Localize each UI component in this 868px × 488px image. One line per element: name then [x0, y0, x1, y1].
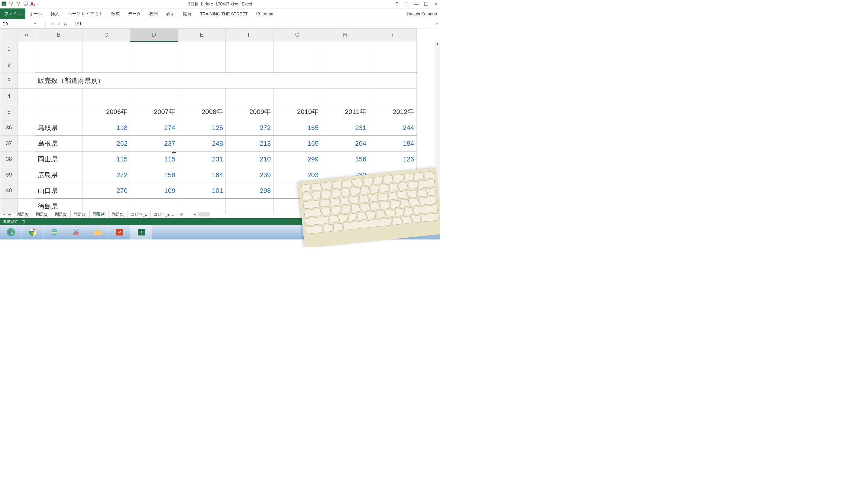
pref-label[interactable]: 島根県	[35, 136, 83, 151]
pref-label[interactable]: 岡山県	[35, 151, 83, 167]
status-text: 準備完了	[3, 219, 18, 224]
row-header[interactable]: 38	[0, 151, 18, 167]
svg-point-5	[16, 1, 18, 3]
row-header[interactable]	[0, 199, 18, 214]
qat-icon-3[interactable]	[23, 1, 28, 7]
table-row[interactable]: 36鳥取県118274125272165231244	[0, 120, 417, 136]
quick-access-toolbar: X A▾ ▾	[0, 1, 39, 7]
formula-expand-icon[interactable]: ▾	[436, 22, 440, 26]
svg-point-6	[19, 1, 21, 3]
col-header-B[interactable]: B	[35, 29, 83, 41]
close-icon[interactable]: ✕	[433, 1, 439, 7]
svg-point-3	[12, 1, 13, 3]
file-tab[interactable]: ファイル	[0, 8, 25, 19]
column-headers-row: A B C D E F G H I	[0, 29, 417, 41]
help-icon[interactable]: ?	[395, 1, 400, 7]
ribbon-tab-home[interactable]: ホーム	[25, 9, 46, 19]
svg-point-4	[10, 4, 12, 6]
window-title: 3日目_before_170427.xlsx - Excel	[188, 1, 252, 7]
qat-more-icon[interactable]: ▾	[37, 2, 39, 6]
formula-value[interactable]: 191	[72, 22, 82, 26]
row-header[interactable]: 37	[0, 136, 18, 151]
powerpoint-icon[interactable]: P	[109, 225, 130, 240]
col-header-A[interactable]: A	[18, 29, 35, 41]
row-header[interactable]: 40	[0, 183, 18, 199]
ie-icon[interactable]	[43, 225, 65, 240]
year-header[interactable]: 2008年	[178, 104, 226, 120]
pref-label[interactable]: 山口県	[35, 183, 83, 199]
year-header[interactable]: 2011年	[321, 104, 369, 120]
ribbon-tab-ibformat[interactable]: IB format	[252, 10, 278, 18]
name-box-dropdown-icon[interactable]: ▼	[34, 22, 37, 25]
svg-rect-12	[11, 230, 13, 232]
pref-label[interactable]: 広島県	[35, 167, 83, 183]
ribbon-tab-view[interactable]: 表示	[162, 9, 179, 19]
pref-label[interactable]: 鳥取県	[35, 120, 83, 136]
title-bar: X A▾ ▾ 3日目_before_170427.xlsx - Excel ? …	[0, 0, 440, 8]
start-button[interactable]	[0, 225, 22, 240]
user-name[interactable]: Hitoshi Kumano	[407, 11, 440, 16]
col-header-D[interactable]: D	[130, 29, 178, 41]
ribbon: ファイル ホーム 挿入 ページ レイアウト 数式 データ 校閲 表示 開発 TR…	[0, 8, 440, 19]
ribbon-display-icon[interactable]: ⬚	[403, 1, 409, 7]
year-header[interactable]: 2012年	[369, 104, 417, 120]
name-box[interactable]: D9 ▼	[0, 19, 39, 28]
year-header[interactable]: 2006年	[83, 104, 130, 120]
ribbon-tab-formulas[interactable]: 数式	[107, 9, 124, 19]
year-header[interactable]: 2010年	[274, 104, 321, 120]
qat-font-color-icon[interactable]: A▾	[30, 1, 35, 7]
col-header-H[interactable]: H	[321, 29, 369, 41]
select-all-corner[interactable]	[0, 29, 18, 41]
scroll-up-icon[interactable]: ▲	[435, 41, 440, 47]
col-header-C[interactable]: C	[83, 29, 130, 41]
chrome-icon[interactable]	[22, 225, 43, 240]
enter-icon[interactable]: ✓	[57, 22, 61, 26]
year-header[interactable]: 2009年	[226, 104, 274, 120]
col-header-G[interactable]: G	[274, 29, 321, 41]
qat-icon-1[interactable]	[8, 1, 14, 7]
svg-rect-14	[11, 233, 13, 234]
row-header[interactable]: 5	[0, 104, 18, 120]
year-header[interactable]: 2007年	[130, 104, 178, 120]
ribbon-tab-developer[interactable]: 開発	[179, 9, 196, 19]
col-header-E[interactable]: E	[178, 29, 226, 41]
window-buttons: ? ⬚ — ❐ ✕	[395, 1, 439, 7]
row-header[interactable]: 4	[0, 89, 18, 104]
excel-icon[interactable]: X	[130, 225, 152, 240]
pref-label[interactable]: 徳島県	[35, 199, 83, 214]
svg-rect-13	[9, 233, 10, 234]
svg-text:X: X	[3, 2, 5, 5]
row-header[interactable]: 36	[0, 120, 18, 136]
row-header[interactable]: 2	[0, 57, 18, 73]
formula-buttons: ⋮ ✕ ✓ fx	[39, 22, 72, 26]
svg-text:P: P	[118, 230, 121, 234]
cell-reference: D9	[2, 22, 8, 26]
row-header[interactable]: 1	[0, 41, 18, 57]
dots-icon: ⋮	[43, 22, 48, 26]
table-row[interactable]: 38岡山県115115231210299156126	[0, 151, 417, 167]
fx-icon[interactable]: fx	[64, 22, 67, 26]
excel-app-icon: X	[1, 1, 7, 7]
row-header[interactable]: 39	[0, 167, 18, 183]
explorer-icon[interactable]	[87, 225, 109, 240]
col-header-F[interactable]: F	[226, 29, 274, 41]
restore-icon[interactable]: ❐	[423, 1, 430, 7]
row-header[interactable]: 3	[0, 73, 18, 89]
cancel-icon[interactable]: ✕	[51, 22, 54, 26]
table-title[interactable]: 販売数（都道府県別）	[35, 73, 417, 89]
qat-icon-2[interactable]	[16, 1, 21, 7]
snipping-tool-icon[interactable]	[65, 225, 87, 240]
ribbon-tab-training[interactable]: TRAINING THE STREET	[196, 10, 252, 18]
ribbon-tab-data[interactable]: データ	[124, 9, 145, 19]
table-row[interactable]: 37島根県262237248213165264184	[0, 136, 417, 151]
col-header-I[interactable]: I	[369, 29, 417, 41]
ribbon-tab-page-layout[interactable]: ページ レイアウト	[63, 9, 107, 19]
ribbon-tab-insert[interactable]: 挿入	[46, 9, 63, 19]
svg-text:X: X	[140, 230, 142, 234]
minimize-icon[interactable]: —	[412, 1, 420, 7]
macro-record-icon[interactable]: ▢	[22, 219, 25, 224]
ribbon-tab-review[interactable]: 校閲	[145, 9, 162, 19]
svg-rect-8	[24, 2, 28, 4]
formula-bar: D9 ▼ ⋮ ✕ ✓ fx 191 ▾	[0, 19, 440, 28]
svg-rect-11	[9, 230, 10, 232]
